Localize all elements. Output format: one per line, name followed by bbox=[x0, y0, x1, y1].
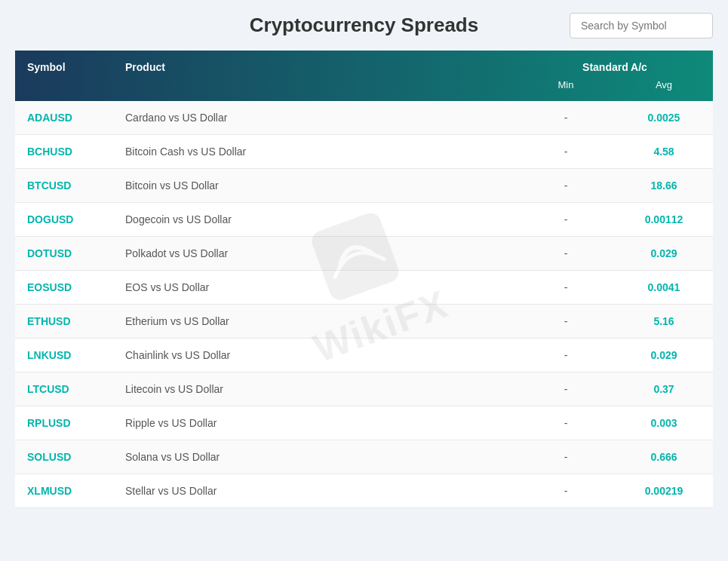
cell-product: Litecoin vs US Dollar bbox=[113, 372, 517, 406]
cell-min: - bbox=[517, 203, 615, 237]
cell-symbol: RPLUSD bbox=[15, 406, 113, 440]
table-row: ADAUSD Cardano vs US Dollar - 0.0025 bbox=[15, 101, 713, 135]
table-row: DOTUSD Polkadot vs US Dollar - 0.029 bbox=[15, 237, 713, 271]
cell-product: Bitcoin Cash vs US Dollar bbox=[113, 135, 517, 169]
cell-avg: 4.58 bbox=[615, 135, 713, 169]
th-product-spacer bbox=[113, 76, 517, 101]
cell-min: - bbox=[517, 271, 615, 305]
cell-avg: 5.16 bbox=[615, 305, 713, 339]
cell-min: - bbox=[517, 474, 615, 508]
th-standard-ac: Standard A/c bbox=[517, 51, 713, 76]
cell-avg: 0.00219 bbox=[615, 474, 713, 508]
cell-product: Dogecoin vs US Dollar bbox=[113, 203, 517, 237]
table-header-top: Symbol Product Standard A/c bbox=[15, 51, 713, 76]
cell-product: Chainlink vs US Dollar bbox=[113, 339, 517, 372]
table-row: EOSUSD EOS vs US Dollar - 0.0041 bbox=[15, 271, 713, 305]
table-body: ADAUSD Cardano vs US Dollar - 0.0025 BCH… bbox=[15, 101, 713, 508]
cell-symbol: ADAUSD bbox=[15, 101, 113, 135]
th-symbol: Symbol bbox=[15, 51, 113, 76]
search-wrapper bbox=[570, 13, 713, 38]
cell-symbol: EOSUSD bbox=[15, 271, 113, 305]
table-row: DOGUSD Dogecoin vs US Dollar - 0.00112 bbox=[15, 203, 713, 237]
cell-min: - bbox=[517, 237, 615, 271]
cell-symbol: BCHUSD bbox=[15, 135, 113, 169]
table-row: LTCUSD Litecoin vs US Dollar - 0.37 bbox=[15, 372, 713, 406]
th-product: Product bbox=[113, 51, 517, 76]
page-title: Cryptocurrency Spreads bbox=[250, 14, 478, 37]
cell-min: - bbox=[517, 169, 615, 203]
cell-avg: 0.00112 bbox=[615, 203, 713, 237]
cell-product: Solana vs US Dollar bbox=[113, 440, 517, 474]
cell-avg: 0.029 bbox=[615, 237, 713, 271]
cell-product: Cardano vs US Dollar bbox=[113, 101, 517, 135]
cell-product: Polkadot vs US Dollar bbox=[113, 237, 517, 271]
cell-product: Stellar vs US Dollar bbox=[113, 474, 517, 508]
cell-min: - bbox=[517, 305, 615, 339]
spreads-table: Symbol Product Standard A/c Min Avg ADAU… bbox=[15, 51, 713, 508]
table-row: BTCUSD Bitcoin vs US Dollar - 18.66 bbox=[15, 169, 713, 203]
table-container: Symbol Product Standard A/c Min Avg ADAU… bbox=[15, 51, 713, 508]
table-row: XLMUSD Stellar vs US Dollar - 0.00219 bbox=[15, 474, 713, 508]
th-symbol-spacer bbox=[15, 76, 113, 101]
table-row: BCHUSD Bitcoin Cash vs US Dollar - 4.58 bbox=[15, 135, 713, 169]
cell-product: Ripple vs US Dollar bbox=[113, 406, 517, 440]
cell-min: - bbox=[517, 339, 615, 372]
cell-product: EOS vs US Dollar bbox=[113, 271, 517, 305]
page-header: Cryptocurrency Spreads bbox=[0, 0, 728, 51]
cell-min: - bbox=[517, 372, 615, 406]
table-header-bottom: Min Avg bbox=[15, 76, 713, 101]
cell-avg: 0.003 bbox=[615, 406, 713, 440]
cell-symbol: DOTUSD bbox=[15, 237, 113, 271]
cell-symbol: LNKUSD bbox=[15, 339, 113, 372]
cell-symbol: BTCUSD bbox=[15, 169, 113, 203]
cell-symbol: LTCUSD bbox=[15, 372, 113, 406]
page-wrapper: WikiFX Cryptocurrency Spreads Symbol Pro… bbox=[0, 0, 728, 561]
cell-avg: 0.0025 bbox=[615, 101, 713, 135]
cell-symbol: ETHUSD bbox=[15, 305, 113, 339]
cell-avg: 0.666 bbox=[615, 440, 713, 474]
cell-min: - bbox=[517, 101, 615, 135]
table-row: LNKUSD Chainlink vs US Dollar - 0.029 bbox=[15, 339, 713, 372]
table-row: RPLUSD Ripple vs US Dollar - 0.003 bbox=[15, 406, 713, 440]
cell-symbol: XLMUSD bbox=[15, 474, 113, 508]
cell-product: Etherium vs US Dollar bbox=[113, 305, 517, 339]
cell-min: - bbox=[517, 135, 615, 169]
th-min: Min bbox=[517, 76, 615, 101]
cell-symbol: SOLUSD bbox=[15, 440, 113, 474]
th-avg: Avg bbox=[615, 76, 713, 101]
cell-avg: 0.37 bbox=[615, 372, 713, 406]
search-input[interactable] bbox=[570, 13, 713, 38]
table-row: SOLUSD Solana vs US Dollar - 0.666 bbox=[15, 440, 713, 474]
cell-avg: 0.0041 bbox=[615, 271, 713, 305]
table-row: ETHUSD Etherium vs US Dollar - 5.16 bbox=[15, 305, 713, 339]
cell-product: Bitcoin vs US Dollar bbox=[113, 169, 517, 203]
cell-min: - bbox=[517, 406, 615, 440]
cell-symbol: DOGUSD bbox=[15, 203, 113, 237]
cell-avg: 0.029 bbox=[615, 339, 713, 372]
cell-min: - bbox=[517, 440, 615, 474]
cell-avg: 18.66 bbox=[615, 169, 713, 203]
